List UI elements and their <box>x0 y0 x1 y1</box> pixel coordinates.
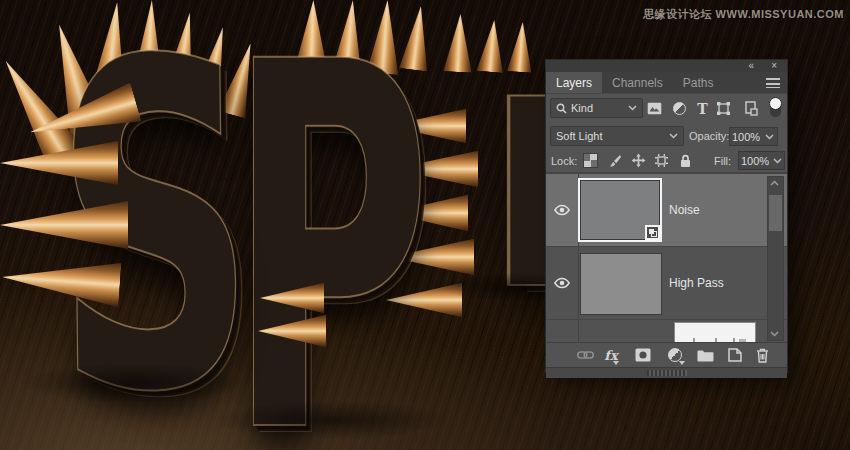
panel-titlebar: « × <box>546 60 787 72</box>
close-panel-icon[interactable]: × <box>771 60 777 71</box>
layer-thumbnail-selected[interactable] <box>578 178 662 242</box>
new-group-folder-icon[interactable] <box>696 347 714 363</box>
layer-filter-row: Kind T <box>546 94 787 123</box>
blend-mode-row: Soft Light Opacity: 100% <box>546 123 787 149</box>
layer-mask-thumbnail[interactable] <box>674 322 756 342</box>
layer-row-noise[interactable]: Noise <box>546 174 787 247</box>
kind-filter-label: Kind <box>571 102 593 114</box>
layers-panel: « × Layers Channels Paths Kind T <box>545 59 788 373</box>
lock-row: Lock: Fill: 100% <box>546 149 787 173</box>
layer-filtering-toggle[interactable] <box>769 97 782 118</box>
letter-ground-shadow <box>18 362 250 404</box>
photoshop-canvas: I P S 思缘设计论坛 WWW.MISSYUAN.COM « × Layers… <box>0 0 850 450</box>
smart-object-badge-icon <box>645 225 660 240</box>
lock-position-icon[interactable] <box>630 152 647 169</box>
fill-dropdown-icon[interactable] <box>771 151 785 170</box>
layer-row-partial[interactable] <box>546 320 787 342</box>
new-layer-icon[interactable] <box>726 347 744 363</box>
layers-list: Noise High Pass <box>546 173 787 342</box>
filter-pixel-layers-icon[interactable] <box>646 100 663 117</box>
letter-ground-shadow <box>212 400 452 440</box>
opacity-value-field[interactable]: 100% <box>729 127 763 146</box>
opacity-dropdown-icon[interactable] <box>762 127 778 146</box>
artwork-letter-p: P <box>228 0 432 450</box>
layer-name[interactable]: Noise <box>669 203 700 217</box>
layer-thumbnail[interactable] <box>580 253 662 315</box>
chevron-down-icon <box>628 105 637 111</box>
fill-label: Fill: <box>714 155 731 167</box>
visibility-toggle-eye-icon[interactable] <box>546 174 579 246</box>
kind-filter-dropdown[interactable]: Kind <box>550 98 643 118</box>
blend-mode-dropdown[interactable]: Soft Light <box>550 126 684 146</box>
filter-shape-layers-icon[interactable] <box>715 100 732 117</box>
scrollbar-thumb[interactable] <box>769 195 782 231</box>
link-layers-icon[interactable] <box>576 347 594 363</box>
lock-transparency-icon[interactable] <box>582 152 599 169</box>
collapse-panel-icon[interactable]: « <box>748 60 753 71</box>
lock-artboard-icon[interactable] <box>653 152 670 169</box>
visibility-toggle-empty[interactable] <box>546 320 579 342</box>
panel-tab-bar: Layers Channels Paths <box>546 72 787 94</box>
filter-adjustment-layers-icon[interactable] <box>671 100 688 117</box>
fill-value-field[interactable]: 100% <box>738 151 772 170</box>
layer-row-high-pass[interactable]: High Pass <box>546 247 787 320</box>
delete-layer-trash-icon[interactable] <box>753 347 771 363</box>
opacity-label: Opacity: <box>689 130 729 142</box>
filter-type-layers-icon[interactable]: T <box>694 100 711 117</box>
layers-scrollbar[interactable] <box>767 176 784 341</box>
panel-resize-grip[interactable] <box>546 367 787 378</box>
new-adjustment-layer-icon[interactable] <box>666 347 684 363</box>
add-layer-mask-icon[interactable] <box>634 347 652 363</box>
layer-name[interactable]: High Pass <box>669 276 724 290</box>
tab-channels[interactable]: Channels <box>602 72 673 93</box>
lock-pixels-brush-icon[interactable] <box>606 152 623 169</box>
watermark-text: 思缘设计论坛 WWW.MISSYUAN.COM <box>643 7 844 22</box>
visibility-toggle-eye-icon[interactable] <box>546 247 579 319</box>
blend-mode-value: Soft Light <box>556 130 602 142</box>
filter-smart-objects-icon[interactable] <box>742 100 759 117</box>
scroll-up-icon[interactable] <box>770 180 779 186</box>
lock-label: Lock: <box>551 155 577 167</box>
layer-styles-fx-icon[interactable]: fx <box>602 347 620 363</box>
tab-paths[interactable]: Paths <box>673 72 724 93</box>
scroll-down-icon[interactable] <box>770 331 779 337</box>
panel-footer-toolbar: fx <box>546 342 787 367</box>
chevron-down-icon <box>669 133 678 139</box>
panel-menu-icon[interactable] <box>766 78 780 88</box>
tab-layers[interactable]: Layers <box>546 72 602 93</box>
search-icon <box>556 103 567 114</box>
lock-all-icon[interactable] <box>677 152 694 169</box>
